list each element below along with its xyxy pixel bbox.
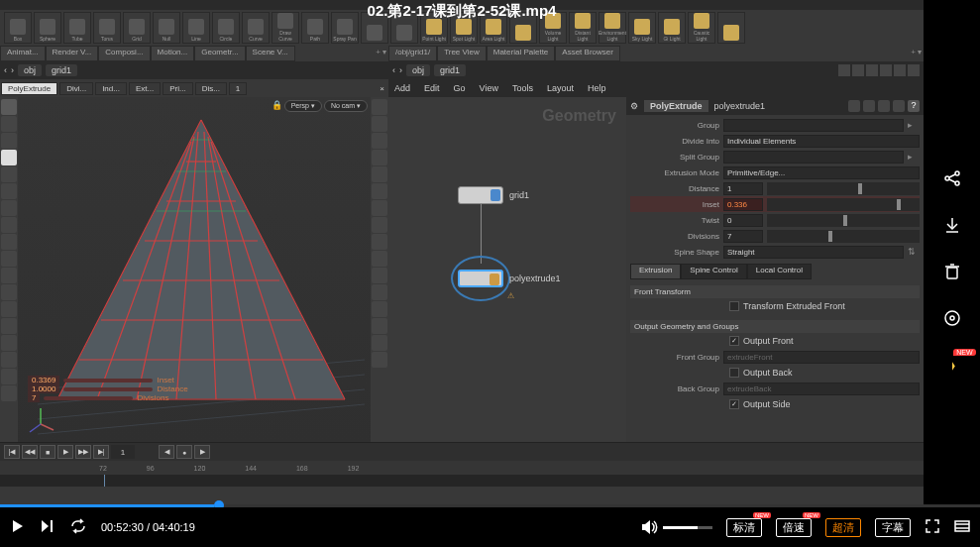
tab-animation[interactable]: Animat... bbox=[0, 46, 46, 61]
pb-last-icon[interactable]: ▶| bbox=[93, 445, 109, 459]
path-fwd-icon[interactable]: › bbox=[11, 65, 14, 75]
share-icon[interactable] bbox=[942, 168, 962, 193]
hd-button[interactable]: 超清 bbox=[825, 518, 861, 537]
pb-prev-icon[interactable]: ◀◀ bbox=[22, 445, 38, 459]
speed-button[interactable]: 倍速NEW bbox=[776, 518, 812, 537]
volume-control[interactable] bbox=[641, 519, 712, 535]
net-icon-2[interactable] bbox=[852, 64, 864, 76]
vp-tool-6[interactable] bbox=[1, 183, 17, 199]
group-menu-icon[interactable]: ▸ bbox=[908, 120, 920, 130]
menu-layout[interactable]: Layout bbox=[547, 83, 574, 93]
rpath-obj[interactable]: obj bbox=[406, 64, 430, 76]
vp-tool-14[interactable] bbox=[1, 318, 17, 334]
vp-tool-2[interactable] bbox=[1, 116, 17, 132]
help-icon[interactable]: ? bbox=[908, 100, 920, 112]
inset-slider[interactable] bbox=[767, 198, 920, 211]
vp-tool-1[interactable] bbox=[1, 99, 17, 115]
vp-tool-8[interactable] bbox=[1, 217, 17, 233]
pin-icon[interactable]: NEW bbox=[942, 355, 962, 380]
splitgroup-field[interactable] bbox=[723, 151, 904, 164]
theater-icon[interactable] bbox=[954, 518, 970, 537]
path-node[interactable]: grid1 bbox=[46, 64, 77, 76]
vp-tool-11[interactable] bbox=[1, 268, 17, 283]
front-group-field[interactable]: extrudeFront bbox=[723, 351, 920, 364]
tab-spine[interactable]: Spine Control bbox=[681, 264, 746, 279]
next-icon[interactable] bbox=[40, 518, 55, 537]
vh-nodetype[interactable]: PolyExtrude bbox=[1, 82, 57, 95]
vh-ext[interactable]: Ext... bbox=[129, 82, 161, 95]
vpr-tool-11[interactable] bbox=[372, 268, 387, 283]
pb-frame-field[interactable]: 1 bbox=[111, 445, 135, 459]
tab-sceneview[interactable]: Scene V... bbox=[246, 46, 295, 61]
vh-ind[interactable]: Ind... bbox=[95, 82, 127, 95]
vpr-tool-5[interactable] bbox=[372, 166, 387, 182]
play-icon[interactable] bbox=[10, 518, 26, 537]
path-obj[interactable]: obj bbox=[18, 64, 42, 76]
vpr-tool-7[interactable] bbox=[372, 200, 387, 216]
vpr-tool-13[interactable] bbox=[372, 301, 387, 317]
vpr-tool-3[interactable] bbox=[372, 133, 387, 149]
tab-add-icon[interactable]: + bbox=[376, 48, 381, 59]
vp-tool-arrow[interactable] bbox=[1, 150, 17, 165]
vp-tool-7[interactable] bbox=[1, 200, 17, 216]
net-icon-1[interactable] bbox=[838, 64, 850, 76]
net-icon-5[interactable] bbox=[894, 64, 906, 76]
download-icon[interactable] bbox=[942, 215, 962, 240]
param-icon-3[interactable] bbox=[878, 100, 890, 112]
nocam-dropdown[interactable]: No cam ▾ bbox=[324, 100, 368, 112]
net-icon-4[interactable] bbox=[880, 64, 892, 76]
param-icon-2[interactable] bbox=[863, 100, 875, 112]
back-group-field[interactable]: extrudeBack bbox=[723, 383, 920, 395]
tab-composite[interactable]: Composi... bbox=[98, 46, 150, 61]
vpr-tool-8[interactable] bbox=[372, 217, 387, 233]
menu-edit[interactable]: Edit bbox=[424, 83, 440, 93]
divideinto-dropdown[interactable]: Individual Elements bbox=[723, 135, 920, 148]
rpath-fwd-icon[interactable]: › bbox=[399, 65, 402, 75]
loop-icon[interactable] bbox=[69, 518, 87, 537]
subtitle-button[interactable]: 字幕 bbox=[875, 518, 911, 537]
rpath-back-icon[interactable]: ‹ bbox=[392, 65, 395, 75]
pb-key-icon[interactable]: ● bbox=[176, 445, 192, 459]
vp-tool-12[interactable] bbox=[1, 284, 17, 300]
twist-field[interactable]: 0 bbox=[723, 214, 763, 227]
tab-local[interactable]: Local Control bbox=[747, 264, 812, 279]
menu-add[interactable]: Add bbox=[394, 83, 410, 93]
viewport-3d[interactable]: 🔒 Persp ▾ No cam ▾ bbox=[18, 97, 371, 442]
vpr-tool-4[interactable] bbox=[372, 150, 387, 165]
distance-field[interactable]: 1 bbox=[723, 182, 763, 195]
pb-first-icon[interactable]: |◀ bbox=[4, 445, 20, 459]
menu-view[interactable]: View bbox=[480, 83, 498, 93]
vp-tool-16[interactable] bbox=[1, 352, 17, 368]
standard-def-button[interactable]: 标清NEW bbox=[726, 518, 762, 537]
tab-add-icon[interactable]: + bbox=[911, 48, 916, 59]
vp-tool-9[interactable] bbox=[1, 234, 17, 250]
vp-tool-5[interactable] bbox=[1, 166, 17, 182]
vp-tool-18[interactable] bbox=[1, 385, 17, 401]
tab-extrusion[interactable]: Extrusion bbox=[630, 264, 681, 279]
rpath-node[interactable]: grid1 bbox=[434, 64, 466, 76]
net-icon-3[interactable] bbox=[866, 64, 878, 76]
vp-tool-15[interactable] bbox=[1, 335, 17, 351]
transform-extruded-checkbox[interactable] bbox=[729, 301, 739, 311]
vpr-tool-14[interactable] bbox=[372, 318, 387, 334]
vpr-tool-10[interactable] bbox=[372, 251, 387, 267]
delete-icon[interactable] bbox=[942, 262, 962, 286]
fullscreen-icon[interactable] bbox=[925, 518, 940, 537]
vpr-tool-15[interactable] bbox=[372, 335, 387, 351]
vp-tool-17[interactable] bbox=[1, 369, 17, 384]
close-icon[interactable]: × bbox=[376, 84, 388, 93]
vpr-tool-16[interactable] bbox=[372, 352, 387, 368]
menu-tools[interactable]: Tools bbox=[512, 83, 533, 93]
pb-key-next-icon[interactable]: ▶ bbox=[194, 445, 210, 459]
lock-icon[interactable]: 🔒 bbox=[272, 100, 282, 112]
divisions-field[interactable]: 7 bbox=[723, 230, 763, 243]
vh-1[interactable]: 1 bbox=[229, 82, 247, 95]
pb-stop-icon[interactable]: ■ bbox=[40, 445, 55, 459]
rtab-material[interactable]: Material Palette bbox=[487, 46, 556, 61]
param-name[interactable]: polyextrude1 bbox=[714, 101, 766, 111]
tab-menu-icon[interactable]: ▾ bbox=[918, 48, 922, 59]
node-polyextrude1[interactable]: polyextrude1 bbox=[458, 270, 561, 287]
rtab-tree[interactable]: Tree View bbox=[437, 46, 487, 61]
param-icon-4[interactable] bbox=[893, 100, 905, 112]
volume-icon[interactable] bbox=[641, 519, 659, 535]
